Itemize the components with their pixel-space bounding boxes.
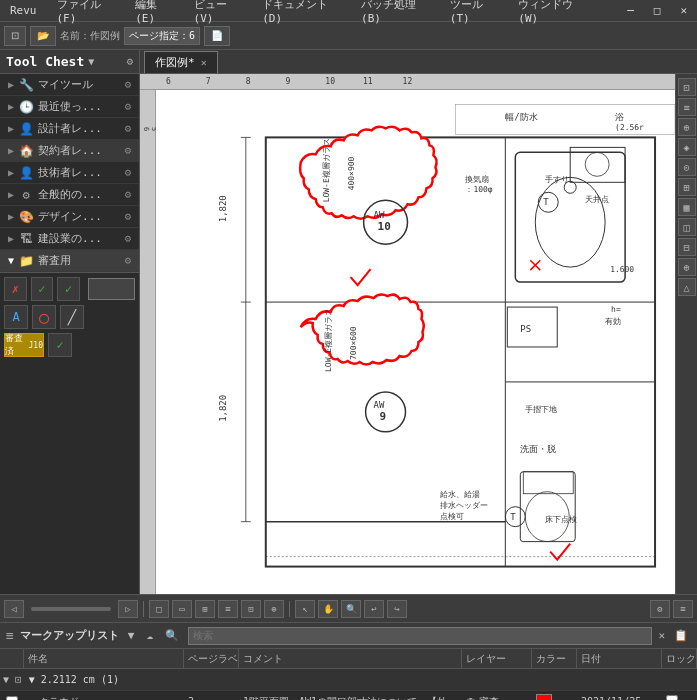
right-icon-4[interactable]: ◈ — [678, 138, 696, 156]
nav-pan-tool[interactable]: ✋ — [318, 600, 338, 618]
nav-rotate-right[interactable]: ↪ — [387, 600, 407, 618]
col-lock-header[interactable]: ロック — [662, 649, 697, 668]
menu-edit[interactable]: 編集(E) — [131, 0, 177, 27]
col-expand — [0, 649, 24, 668]
toolbar-open[interactable]: 📂 — [30, 26, 56, 46]
col-date-header[interactable]: 日付 — [577, 649, 662, 668]
svg-text:PS: PS — [520, 324, 531, 334]
svg-text:T: T — [543, 197, 549, 207]
window-close[interactable]: ✕ — [676, 2, 691, 19]
x-mark-tool[interactable]: ✗ — [4, 277, 27, 301]
markup-cloud-btn[interactable]: ☁ — [143, 628, 156, 643]
check-tool[interactable]: ✓ — [31, 277, 54, 301]
nav-arrow-tool[interactable]: ↖ — [295, 600, 315, 618]
nav-rotate-left[interactable]: ↩ — [364, 600, 384, 618]
canvas-area[interactable]: 6 7 8 9 10 11 12 1 2 3 4 5 6 — [140, 74, 675, 594]
sidebar-item-mytools[interactable]: ▶ 🔧 マイツール ⚙ — [0, 74, 139, 96]
markup-export-btn[interactable]: 📋 — [671, 628, 691, 643]
nav-prev-page[interactable]: ◁ — [4, 600, 24, 618]
nav-markup-toggle[interactable]: ≡ — [673, 600, 693, 618]
toolchest-dropdown[interactable]: ▼ — [88, 56, 94, 67]
line-tool[interactable]: ╱ — [60, 305, 84, 329]
right-icon-11[interactable]: △ — [678, 278, 696, 296]
toolbar-doc-icon[interactable]: 📄 — [204, 26, 230, 46]
right-icon-3[interactable]: ⊕ — [678, 118, 696, 136]
circle-tool[interactable]: ◯ — [32, 305, 56, 329]
markup-filter-btn[interactable]: ▼ — [125, 628, 138, 643]
markup-search-input[interactable] — [188, 627, 652, 645]
view-single[interactable]: □ — [149, 600, 169, 618]
col-comment-header[interactable]: コメント — [239, 649, 462, 668]
gear-icon[interactable]: ⚙ — [124, 78, 131, 91]
window-minimize[interactable]: ─ — [623, 2, 638, 19]
group-expand-icon[interactable]: ▼ — [0, 674, 12, 685]
gear-icon[interactable]: ⚙ — [124, 210, 131, 223]
right-icon-9[interactable]: ⊟ — [678, 238, 696, 256]
view-scroll[interactable]: ≡ — [218, 600, 238, 618]
view-double[interactable]: ▭ — [172, 600, 192, 618]
menu-window[interactable]: ウィンドウ(W) — [514, 0, 591, 27]
tab-close-btn[interactable]: ✕ — [201, 57, 207, 68]
gear-icon[interactable]: ⚙ — [124, 100, 131, 113]
ruler-vertical: 1 2 3 4 5 6 — [140, 90, 156, 594]
view-thumb[interactable]: ⊡ — [241, 600, 261, 618]
menu-revu[interactable]: Revu — [6, 2, 41, 19]
right-icon-7[interactable]: ▦ — [678, 198, 696, 216]
menu-doc[interactable]: ドキュメント(D) — [258, 0, 345, 27]
tool-row-1: ✗ ✓ ✓ — [4, 277, 135, 301]
sidebar-item-general[interactable]: ▶ ⚙ 全般的の... ⚙ — [0, 184, 139, 206]
right-icon-10[interactable]: ⊕ — [678, 258, 696, 276]
zoom-slider[interactable] — [31, 607, 111, 611]
markup-data-row[interactable]: ☁ クラウド 3 1階平面図：AW1の開口部寸法について、【外皮計算】と整合願い… — [0, 691, 697, 700]
nav-settings[interactable]: ⚙ — [650, 600, 670, 618]
row-comment: 1階平面図：AW1の開口部寸法について、【外皮計算】と整合願います — [239, 695, 462, 701]
text-tool[interactable]: A — [4, 305, 28, 329]
right-icon-1[interactable]: ⊡ — [678, 78, 696, 96]
col-color-header[interactable]: カラー — [532, 649, 577, 668]
gear-icon[interactable]: ⚙ — [124, 144, 131, 157]
markup-group-row[interactable]: ▼ ⊡ ▼ 2.2112 cm (1) — [0, 669, 697, 691]
menu-tool[interactable]: ツール(T) — [446, 0, 503, 27]
menu-view[interactable]: ビュー(V) — [190, 0, 247, 27]
gear-icon[interactable]: ⚙ — [124, 166, 131, 179]
sidebar-item-designer[interactable]: ▶ 👤 設計者レ... ⚙ — [0, 118, 139, 140]
gear-icon[interactable]: ⚙ — [124, 188, 131, 201]
menu-file[interactable]: ファイル(F) — [53, 0, 120, 27]
sidebar-item-technician[interactable]: ▶ 👤 技術者レ... ⚙ — [0, 162, 139, 184]
item-icon: 🎨 — [18, 210, 34, 224]
window-maximize[interactable]: □ — [650, 2, 665, 19]
toolbar-new[interactable]: ⊡ — [4, 26, 26, 46]
check-approve[interactable]: ✓ — [48, 333, 72, 357]
stamp-tool[interactable]: 審査済J10 — [4, 333, 44, 357]
sidebar-item-recent[interactable]: ▶ 🕒 最近使っ... ⚙ — [0, 96, 139, 118]
nav-next-page[interactable]: ▷ — [118, 600, 138, 618]
sidebar-item-contractor[interactable]: ▶ 🏠 契約者レ... ⚙ — [0, 140, 139, 162]
nav-zoom-in[interactable]: 🔍 — [341, 600, 361, 618]
left-sidebar: ▶ 🔧 マイツール ⚙ ▶ 🕒 最近使っ... ⚙ ▶ 👤 設計者レ... ⚙ … — [0, 74, 140, 594]
col-layer-header[interactable]: レイヤー — [462, 649, 532, 668]
sidebar-item-review[interactable]: ▼ 📁 審査用 ⚙ — [0, 250, 139, 272]
row-checkbox[interactable] — [6, 696, 18, 701]
gear-icon[interactable]: ⚙ — [124, 122, 131, 135]
view-spread[interactable]: ⊞ — [195, 600, 215, 618]
sidebar-item-construction[interactable]: ▶ 🏗 建設業の... ⚙ — [0, 228, 139, 250]
right-icon-6[interactable]: ⊞ — [678, 178, 696, 196]
markup-search-clear[interactable]: ✕ — [658, 629, 665, 642]
document-tab[interactable]: 作図例* ✕ — [144, 51, 218, 73]
right-icon-2[interactable]: ≡ — [678, 98, 696, 116]
svg-text:LOW-E複層ガラス: LOW-E複層ガラス — [322, 138, 331, 202]
sidebar-gear-icon[interactable]: ⚙ — [126, 55, 133, 68]
col-page-header[interactable]: ページラベル — [184, 649, 239, 668]
col-name-header[interactable]: 件名 — [24, 649, 184, 668]
blueprint-canvas[interactable]: 幅/防水 浴 (2.56r 1,820 1,820 — [156, 90, 675, 594]
right-icon-8[interactable]: ◫ — [678, 218, 696, 236]
right-icon-5[interactable]: ⊙ — [678, 158, 696, 176]
check-tool-2[interactable]: ✓ — [57, 277, 80, 301]
gear-icon[interactable]: ⚙ — [124, 232, 131, 245]
menu-batch[interactable]: バッチ処理(B) — [357, 0, 434, 27]
lock-checkbox[interactable] — [666, 695, 678, 701]
toolchest-title: Tool Chest — [6, 54, 84, 69]
sidebar-item-design[interactable]: ▶ 🎨 デザイン... ⚙ — [0, 206, 139, 228]
view-fit[interactable]: ⊕ — [264, 600, 284, 618]
gear-icon[interactable]: ⚙ — [124, 254, 131, 267]
